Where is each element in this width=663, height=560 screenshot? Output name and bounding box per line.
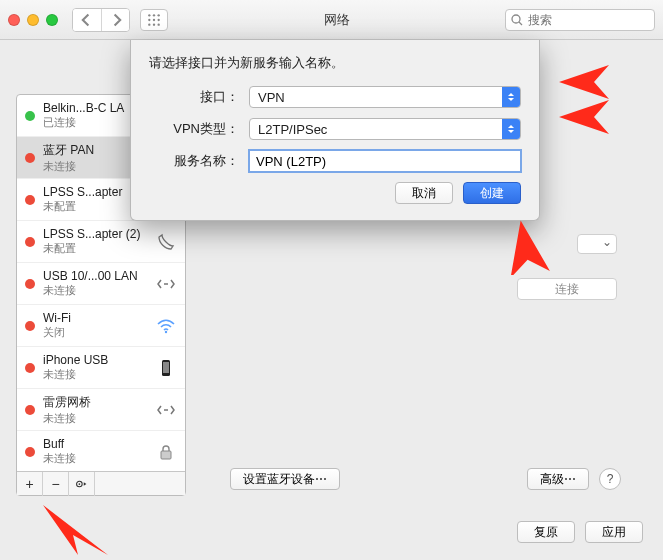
- service-status: 未连接: [43, 367, 147, 382]
- service-text: Wi-Fi关闭: [43, 311, 147, 340]
- service-name: 雷雳网桥: [43, 394, 147, 411]
- sidebar-item[interactable]: iPhone USB未连接: [17, 347, 185, 389]
- svg-point-6: [148, 23, 150, 25]
- add-service-button[interactable]: +: [17, 472, 43, 496]
- svg-rect-14: [161, 451, 171, 459]
- service-text: Buff未连接: [43, 437, 147, 466]
- lock-icon: [155, 442, 177, 462]
- revert-button[interactable]: 复原: [517, 521, 575, 543]
- svg-rect-13: [163, 362, 169, 373]
- service-name-label: 服务名称：: [149, 152, 239, 170]
- svg-line-10: [519, 22, 522, 25]
- sidebar-item[interactable]: Buff未连接: [17, 431, 185, 471]
- advanced-button[interactable]: 高级⋯: [527, 468, 589, 490]
- search-icon: [510, 13, 524, 30]
- plus-icon: +: [25, 476, 33, 492]
- sheet-prompt: 请选择接口并为新服务输入名称。: [149, 54, 521, 72]
- back-button[interactable]: [73, 9, 101, 31]
- vpntype-select[interactable]: L2TP/IPSec: [249, 118, 521, 140]
- window-title: 网络: [174, 11, 499, 29]
- service-text: iPhone USB未连接: [43, 353, 147, 382]
- minus-icon: −: [51, 476, 59, 492]
- status-dot: [25, 195, 35, 205]
- bluetooth-settings-button[interactable]: 设置蓝牙设备⋯: [230, 468, 340, 490]
- service-status: 未连接: [43, 451, 147, 466]
- gear-icon: [75, 477, 89, 491]
- status-dot: [25, 447, 35, 457]
- service-status: 未配置: [43, 241, 147, 256]
- svg-point-0: [148, 14, 150, 16]
- chevron-updown-icon: [502, 119, 520, 139]
- svg-point-11: [165, 330, 167, 332]
- grid-icon: [147, 13, 161, 27]
- ethernet-icon: [155, 274, 177, 294]
- sidebar-item[interactable]: 雷雳网桥未连接: [17, 389, 185, 431]
- interface-value: VPN: [258, 90, 285, 105]
- search-input[interactable]: [505, 9, 655, 31]
- status-dot: [25, 111, 35, 121]
- close-window[interactable]: [8, 14, 20, 26]
- svg-point-1: [153, 14, 155, 16]
- sidebar-item[interactable]: Wi-Fi关闭: [17, 305, 185, 347]
- sidebar-item[interactable]: USB 10/...00 LAN未连接: [17, 263, 185, 305]
- service-name-input[interactable]: [249, 150, 521, 172]
- service-text: LPSS S...apter (2)未配置: [43, 227, 147, 256]
- interface-select[interactable]: VPN: [249, 86, 521, 108]
- svg-point-9: [512, 15, 520, 23]
- forward-button[interactable]: [101, 9, 129, 31]
- status-dot: [25, 279, 35, 289]
- show-all-button[interactable]: [140, 9, 168, 31]
- remove-service-button[interactable]: −: [43, 472, 69, 496]
- chevron-left-icon: [80, 13, 94, 27]
- service-text: 雷雳网桥未连接: [43, 394, 147, 426]
- thunderbolt-icon: [155, 400, 177, 420]
- nav-back-forward: [72, 8, 130, 32]
- interface-label: 接口：: [149, 88, 239, 106]
- svg-point-5: [158, 18, 160, 20]
- svg-point-2: [158, 14, 160, 16]
- cancel-button[interactable]: 取消: [395, 182, 453, 204]
- config-select[interactable]: [577, 234, 617, 254]
- status-dot: [25, 405, 35, 415]
- help-button[interactable]: ?: [599, 468, 621, 490]
- iphone-icon: [155, 358, 177, 378]
- svg-point-8: [158, 23, 160, 25]
- minimize-window[interactable]: [27, 14, 39, 26]
- new-service-sheet: 请选择接口并为新服务输入名称。 接口： VPN VPN类型： L2TP/IPSe…: [130, 40, 540, 221]
- create-button[interactable]: 创建: [463, 182, 521, 204]
- svg-point-3: [148, 18, 150, 20]
- service-name: Wi-Fi: [43, 311, 147, 325]
- service-status: 关闭: [43, 325, 147, 340]
- status-dot: [25, 363, 35, 373]
- help-icon: ?: [607, 472, 614, 486]
- service-name: Buff: [43, 437, 147, 451]
- sidebar-item[interactable]: LPSS S...apter (2)未配置: [17, 221, 185, 263]
- service-name: USB 10/...00 LAN: [43, 269, 147, 283]
- service-name: LPSS S...apter (2): [43, 227, 147, 241]
- wifi-icon: [155, 316, 177, 336]
- apply-button[interactable]: 应用: [585, 521, 643, 543]
- svg-point-16: [78, 483, 80, 485]
- service-actions-button[interactable]: [69, 472, 95, 496]
- status-dot: [25, 153, 35, 163]
- service-status: 未连接: [43, 411, 147, 426]
- service-name: iPhone USB: [43, 353, 147, 367]
- status-dot: [25, 237, 35, 247]
- connect-button[interactable]: 连接: [517, 278, 617, 300]
- svg-point-4: [153, 18, 155, 20]
- chevron-updown-icon: [502, 87, 520, 107]
- chevron-right-icon: [109, 13, 123, 27]
- vpntype-value: L2TP/IPSec: [258, 122, 327, 137]
- status-dot: [25, 321, 35, 331]
- phone-icon: [155, 232, 177, 252]
- service-status: 未连接: [43, 283, 147, 298]
- service-text: USB 10/...00 LAN未连接: [43, 269, 147, 298]
- svg-point-7: [153, 23, 155, 25]
- vpntype-label: VPN类型：: [149, 120, 239, 138]
- zoom-window[interactable]: [46, 14, 58, 26]
